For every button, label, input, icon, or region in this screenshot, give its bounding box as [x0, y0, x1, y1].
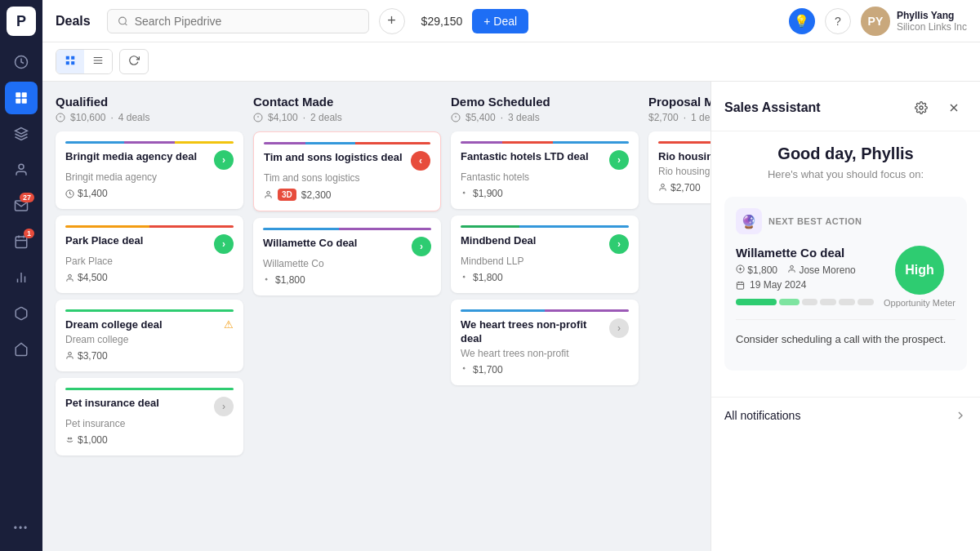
ai-assistant-icon[interactable]: 💡: [789, 8, 815, 34]
sidebar-item-mail[interactable]: 27: [5, 189, 38, 222]
overdue-badge: 3D: [278, 189, 296, 201]
nba-section: 🔮 NEXT BEST ACTION Willamette Co deal $1…: [724, 197, 967, 371]
deal-company-dream-college: Dream college: [65, 334, 234, 345]
deal-company-mindbend: Mindbend LLP: [461, 256, 629, 267]
deal-card-rio-housing[interactable]: Rio housing deal Rio housing $2,700: [648, 131, 710, 203]
assistant-header-actions: [908, 95, 967, 121]
deal-amount-rio-housing: $2,700: [658, 182, 710, 193]
page-title: Deals: [56, 14, 91, 29]
column-proposal-made: Proposal Made $2,700·1 deal Rio housing …: [648, 95, 710, 538]
deal-company-rio-housing: Rio housing: [658, 166, 710, 177]
deal-title-rio-housing: Rio housing deal: [658, 150, 710, 164]
sidebar-item-more[interactable]: •••: [5, 512, 38, 544]
svg-rect-17: [66, 61, 69, 64]
sales-assistant-panel: Sales Assistant Good day, Phyllis Here's…: [710, 82, 980, 551]
search-input[interactable]: [135, 15, 359, 28]
kanban-board: Qualified $10,600 · 4 deals Bringit medi…: [42, 82, 710, 551]
deal-company-fantastic-hotels: Fantastic hotels: [461, 171, 629, 183]
deal-company-we-heart-trees: We heart trees non-profit: [461, 348, 629, 359]
deal-arrow-mindbend[interactable]: ›: [609, 234, 629, 254]
board-container: Qualified $10,600 · 4 deals Bringit medi…: [42, 82, 980, 551]
deal-amount-park-place: $4,500: [65, 272, 234, 283]
assistant-settings-button[interactable]: [908, 95, 934, 121]
deal-company-tim-sons: Tim and sons logistics: [264, 172, 430, 184]
column-contact-made: Contact Made $4,100·2 deals Tim and sons…: [253, 95, 441, 538]
avatar[interactable]: PY: [861, 7, 890, 36]
total-amount: $29,150: [421, 15, 463, 28]
deal-arrow-tim-sons[interactable]: ‹: [411, 151, 430, 171]
deal-arrow-willamette[interactable]: ›: [412, 237, 431, 256]
deal-amount-willamette: $1,800: [263, 274, 431, 286]
deal-card-park-place[interactable]: Park Place deal › Park Place $4,500: [56, 216, 243, 293]
deal-arrow-park-place[interactable]: ›: [214, 234, 234, 254]
svg-point-32: [267, 191, 270, 194]
add-deal-button[interactable]: + Deal: [472, 9, 528, 33]
deal-card-fantastic-hotels[interactable]: Fantastic hotels LTD deal › Fantastic ho…: [451, 131, 639, 209]
svg-point-39: [463, 367, 465, 369]
column-meta-contact-made: $4,100·2 deals: [253, 112, 441, 123]
deal-title-dream-college: Dream college deal: [65, 318, 224, 332]
calendar-badge: 1: [24, 229, 34, 238]
chevron-right-icon: [954, 409, 967, 422]
svg-point-6: [19, 164, 24, 169]
search-box[interactable]: [107, 9, 369, 33]
all-notifications-link[interactable]: All notifications: [711, 397, 980, 433]
assistant-title: Sales Assistant: [724, 100, 821, 115]
greeting-section: Good day, Phyllis Here's what you should…: [724, 144, 967, 180]
deal-title-mindbend: Mindbend Deal: [461, 234, 609, 248]
svg-rect-4: [22, 99, 27, 104]
assistant-close-button[interactable]: [941, 95, 967, 121]
refresh-button[interactable]: [119, 49, 149, 74]
deal-title-park-place: Park Place deal: [65, 234, 214, 248]
svg-rect-7: [16, 237, 27, 248]
list-view-button[interactable]: [84, 50, 112, 73]
deal-arrow-fantastic-hotels[interactable]: ›: [609, 150, 629, 170]
svg-point-37: [463, 192, 465, 193]
sidebar-item-activity[interactable]: [5, 46, 38, 78]
svg-point-47: [791, 265, 794, 269]
deal-title-willamette: Willamette Co deal: [263, 237, 412, 251]
sidebar-item-reports[interactable]: [5, 261, 38, 294]
kanban-view-button[interactable]: [56, 50, 84, 73]
sidebar-item-calendar[interactable]: 1: [5, 225, 38, 258]
svg-point-27: [68, 438, 69, 440]
column-header-qualified: Qualified $10,600 · 4 deals: [56, 95, 243, 123]
svg-point-40: [662, 184, 665, 188]
view-toggle: [56, 49, 113, 74]
sidebar-item-contacts[interactable]: [5, 153, 38, 186]
deal-card-willamette[interactable]: Willamette Co deal › Willamette Co $1,80…: [253, 218, 441, 295]
deal-arrow-bringit[interactable]: ›: [214, 150, 234, 170]
deal-card-pet-insurance[interactable]: Pet insurance deal › Pet insurance $1,00…: [56, 378, 243, 455]
deal-card-we-heart-trees[interactable]: We heart trees non-profit deal › We hear…: [451, 300, 639, 385]
assistant-header: Sales Assistant: [711, 82, 980, 131]
mail-badge: 27: [20, 193, 34, 202]
column-qualified: Qualified $10,600 · 4 deals Bringit medi…: [56, 95, 243, 538]
sidebar-item-products[interactable]: [5, 297, 38, 330]
deal-amount-we-heart-trees: $1,700: [461, 364, 629, 375]
sidebar-item-deals[interactable]: [5, 82, 38, 114]
deal-card-bringit[interactable]: Bringit media agency deal › Bringit medi…: [56, 131, 243, 209]
sidebar-item-marketplace[interactable]: [5, 333, 38, 366]
nba-deal-title: Willamette Co deal: [736, 246, 874, 260]
column-header-contact-made: Contact Made $4,100·2 deals: [253, 95, 441, 123]
nba-label: NEXT BEST ACTION: [768, 216, 862, 226]
deal-company-pet-insurance: Pet insurance: [65, 418, 234, 429]
svg-point-14: [118, 17, 126, 24]
column-title-qualified: Qualified: [56, 95, 243, 109]
svg-point-26: [69, 353, 72, 356]
sidebar-item-leads[interactable]: [5, 118, 38, 150]
deal-card-mindbend[interactable]: Mindbend Deal › Mindbend LLP $1,800: [451, 216, 639, 293]
deal-arrow-we-heart-trees[interactable]: ›: [609, 318, 629, 338]
nba-deal-date: 19 May 2024: [736, 279, 874, 291]
deal-arrow-pet-insurance[interactable]: ›: [214, 397, 234, 416]
add-icon-button[interactable]: +: [379, 8, 405, 34]
help-button[interactable]: ?: [825, 8, 851, 34]
all-notifications-label: All notifications: [724, 409, 800, 422]
deal-card-dream-college[interactable]: Dream college deal ⚠ Dream college $3,70…: [56, 300, 243, 371]
deal-title-tim-sons: Tim and sons logistics deal: [264, 151, 411, 165]
svg-point-33: [265, 278, 267, 280]
main-content: Deals + $29,150 + Deal 💡 ? PY Phyllis Ya…: [42, 0, 980, 551]
app-logo[interactable]: P: [7, 7, 36, 36]
deal-card-tim-sons[interactable]: Tim and sons logistics deal ‹ Tim and so…: [253, 131, 441, 211]
column-header-demo-scheduled: Demo Scheduled $5,400·3 deals: [451, 95, 639, 123]
